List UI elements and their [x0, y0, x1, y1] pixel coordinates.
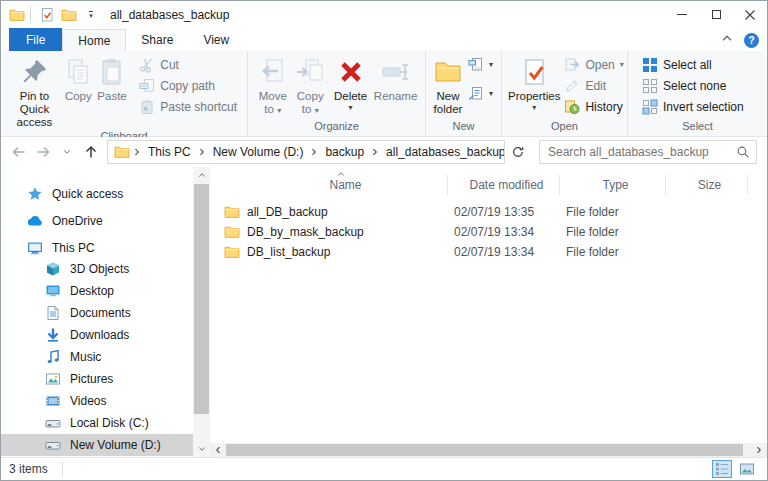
chevron-right-icon[interactable]: [307, 147, 321, 157]
sidebar-item-music[interactable]: Music: [1, 346, 193, 368]
address-bar-row: This PCNew Volume (D:)backupall_database…: [1, 137, 767, 167]
dropdown-caret-icon: ▾: [489, 61, 493, 69]
delete-button[interactable]: Delete ▾: [329, 54, 372, 112]
rename-button[interactable]: Rename: [372, 54, 419, 103]
new-folder-button[interactable]: New folder: [432, 54, 464, 116]
sort-ascending-icon: [336, 169, 346, 179]
scroll-left-arrow[interactable]: [210, 443, 226, 457]
minimize-button[interactable]: [665, 1, 699, 28]
open-button[interactable]: Open ▾: [560, 54, 627, 75]
file-row-all-db-backup[interactable]: all_DB_backup02/07/19 13:35File folder: [218, 202, 767, 222]
sidebar-item-documents[interactable]: Documents: [1, 302, 193, 324]
cut-button[interactable]: Cut: [135, 54, 241, 75]
column-header-size[interactable]: Size: [666, 175, 748, 195]
tab-file[interactable]: File: [9, 28, 62, 51]
breadcrumb-item-backup[interactable]: backup: [321, 145, 368, 159]
chevron-up-icon: [720, 31, 734, 45]
maximize-button[interactable]: [699, 1, 733, 28]
close-icon: [743, 8, 757, 22]
column-header-name[interactable]: Name: [218, 175, 448, 195]
ribbon-group-select: Select all Select none Invert selection …: [628, 51, 767, 136]
horizontal-scrollbar[interactable]: [210, 443, 767, 457]
file-type: File folder: [560, 225, 666, 239]
sidebar-item-this-pc[interactable]: This PC: [1, 237, 193, 258]
sidebar-item-onedrive[interactable]: OneDrive: [1, 210, 193, 231]
sidebar-item-3d-objects[interactable]: 3D Objects: [1, 258, 193, 280]
sidebar-item-label: Pictures: [70, 372, 113, 386]
delete-x-icon: [335, 56, 367, 88]
chevron-right-icon[interactable]: [195, 147, 209, 157]
edit-button[interactable]: Edit: [560, 75, 627, 96]
select-none-button[interactable]: Select none: [638, 75, 748, 96]
ribbon-tab-bar: File Home Share View: [1, 28, 767, 51]
tab-home[interactable]: Home: [62, 29, 126, 51]
recent-locations-button[interactable]: [55, 140, 79, 164]
details-view-button[interactable]: [712, 460, 732, 478]
collapse-ribbon-button[interactable]: [720, 31, 734, 49]
document-icon: [45, 305, 61, 321]
invert-selection-button[interactable]: Invert selection: [638, 96, 748, 117]
paste-shortcut-button[interactable]: Paste shortcut: [135, 96, 241, 117]
minimize-icon: [677, 14, 687, 15]
back-button[interactable]: [7, 140, 31, 164]
sidebar-item-desktop[interactable]: Desktop: [1, 280, 193, 302]
tab-share[interactable]: Share: [126, 29, 188, 51]
properties-button[interactable]: Properties ▾: [508, 54, 560, 112]
details-view-icon: [714, 461, 730, 477]
large-icons-view-button[interactable]: [737, 460, 757, 478]
new-item-button[interactable]: ▾: [466, 54, 495, 75]
items-count: 3 items: [9, 462, 48, 476]
scrollbar-thumb[interactable]: [194, 184, 209, 414]
copy-button[interactable]: Copy: [62, 54, 95, 103]
folder-icon: [61, 7, 77, 23]
file-type: File folder: [560, 205, 666, 219]
copy-to-button[interactable]: Copy to ▾: [292, 54, 330, 116]
scroll-up-arrow[interactable]: [193, 167, 210, 183]
help-button[interactable]: [744, 33, 759, 48]
scissors-icon: [139, 57, 155, 73]
breadcrumb-item-all-databases-backup[interactable]: all_databases_backup: [382, 145, 505, 159]
scrollbar-thumb[interactable]: [226, 444, 743, 456]
paste-button[interactable]: Paste: [95, 54, 129, 103]
folder-icon: [114, 144, 130, 160]
chevron-right-icon[interactable]: [368, 147, 382, 157]
pushpin-icon: [18, 56, 50, 88]
sidebar-item-quick-access[interactable]: Quick access: [1, 183, 193, 204]
history-button[interactable]: History: [560, 96, 627, 117]
qat-new-folder-button[interactable]: [58, 4, 80, 26]
move-to-button[interactable]: Move to ▾: [254, 54, 292, 116]
pin-to-quick-access-button[interactable]: Pin to Quick access: [7, 54, 62, 129]
breadcrumb-item-this-pc[interactable]: This PC: [144, 145, 195, 159]
scroll-right-arrow[interactable]: [751, 443, 767, 457]
breadcrumb-item-new-volume-d[interactable]: New Volume (D:): [209, 145, 308, 159]
system-folder-icon[interactable]: [9, 7, 25, 23]
search-input[interactable]: [540, 145, 736, 159]
sidebar-item-pictures[interactable]: Pictures: [1, 368, 193, 390]
refresh-button[interactable]: [505, 140, 531, 164]
sidebar-item-local-disk-c[interactable]: Local Disk (C:): [1, 412, 193, 434]
address-bar[interactable]: This PCNew Volume (D:)backupall_database…: [107, 140, 505, 164]
sidebar-item-videos[interactable]: Videos: [1, 390, 193, 412]
up-button[interactable]: [79, 140, 103, 164]
file-rows: all_DB_backup02/07/19 13:35File folderDB…: [218, 202, 767, 262]
forward-button[interactable]: [31, 140, 55, 164]
column-header-type[interactable]: Type: [560, 175, 666, 195]
chevron-right-icon: [130, 147, 144, 157]
copy-path-button[interactable]: Copy path: [135, 75, 241, 96]
sidebar-item-label: Desktop: [70, 284, 114, 298]
tab-view[interactable]: View: [188, 29, 244, 51]
sidebar-item-new-volume-d[interactable]: New Volume (D:): [1, 434, 193, 456]
qat-properties-button[interactable]: [36, 4, 58, 26]
easy-access-button[interactable]: ▾: [466, 83, 495, 104]
close-button[interactable]: [733, 1, 767, 28]
star-icon: [27, 186, 43, 202]
sidebar-scrollbar[interactable]: [193, 167, 210, 457]
select-all-button[interactable]: Select all: [638, 54, 748, 75]
group-label-open: Open: [502, 119, 627, 136]
file-row-db-list-backup[interactable]: DB_list_backup02/07/19 13:34File folder: [218, 242, 767, 262]
scroll-down-arrow[interactable]: [193, 441, 210, 457]
column-header-date-modified[interactable]: Date modified: [448, 175, 560, 195]
qat-customize-button[interactable]: ▾: [80, 4, 102, 26]
file-row-db-by-mask-backup[interactable]: DB_by_mask_backup02/07/19 13:34File fold…: [218, 222, 767, 242]
sidebar-item-downloads[interactable]: Downloads: [1, 324, 193, 346]
